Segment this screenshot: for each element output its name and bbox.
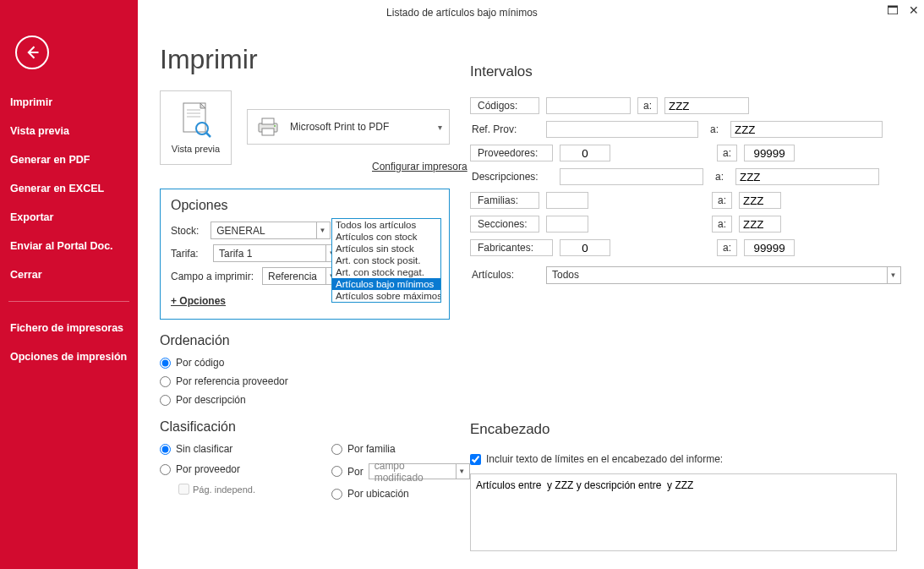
stock-value: GENERAL [216,225,265,237]
filter-option[interactable]: Artículos sin stock [332,243,440,254]
maximize-icon[interactable]: 🗖 [887,3,899,17]
secciones-to-input[interactable] [739,216,781,233]
svg-line-5 [206,133,210,137]
sidebar-item-opciones-impresion[interactable]: Opciones de impresión [0,342,138,371]
proveedores-to-input[interactable] [744,145,795,161]
encabezado-panel: Encabezado Incluir texto de límites en e… [470,421,897,554]
clasif-ubicacion-radio[interactable]: Por ubicación [331,488,470,500]
orden-codigo-radio[interactable]: Por código [160,357,905,369]
filter-option[interactable]: Art. con stock negat. [332,266,440,278]
familias-from-input[interactable] [546,192,588,209]
familias-label: Familias: [470,192,539,209]
pag-independ-check: Pág. independ. [178,484,255,495]
sidebar-item-generar-pdf[interactable]: Generar en PDF [0,145,138,174]
chevron-down-icon: ▼ [316,222,328,238]
svg-rect-7 [262,118,274,124]
orden-descripcion-radio[interactable]: Por descripción [160,394,905,406]
orden-refprov-radio[interactable]: Por referencia proveedor [160,375,905,387]
filter-option-selected[interactable]: Artículos bajo mínimos [332,278,440,290]
svg-rect-8 [262,129,274,135]
codigos-from-input[interactable] [546,97,631,114]
articulos-value: Todos [552,269,579,281]
familias-to-input[interactable] [739,192,781,209]
tarifa-select[interactable]: Tarifa 1 ▼ [213,244,340,262]
stock-label: Stock: [171,225,204,237]
descripciones-to-input[interactable] [735,168,879,185]
sidebar-item-generar-excel[interactable]: Generar en EXCEL [0,174,138,203]
intervalos-panel: Intervalos Códigos: a: Ref. Prov: a: Pro… [470,63,901,288]
chevron-down-icon: ▼ [456,464,467,479]
descripciones-from-input[interactable] [560,168,703,185]
fabricantes-to-input[interactable] [744,239,795,256]
a-label: a: [710,169,729,184]
printer-name: Microsoft Print to PDF [290,121,389,133]
articulos-label: Artículos: [470,267,539,282]
campo-label: Campo a imprimir: [171,271,255,282]
refprov-label: Ref. Prov: [470,122,539,137]
chevron-down-icon: ▾ [438,123,442,132]
printer-select[interactable]: Microsoft Print to PDF ▾ [247,109,450,145]
a-label: a: [712,216,732,233]
clasif-sin-radio[interactable]: Sin clasificar [160,443,255,455]
close-icon[interactable]: ✕ [909,3,919,17]
filter-option[interactable]: Art. con stock posit. [332,254,440,266]
printer-icon [256,117,280,137]
svg-point-9 [274,125,276,127]
opciones-panel: Opciones Stock: GENERAL ▼ Artículos bajo… [160,189,450,320]
sidebar-item-cerrar[interactable]: Cerrar [0,260,138,289]
document-icon [180,101,212,139]
clasif-por-select[interactable]: campo modificado▼ [369,463,470,479]
codigos-label: Códigos: [470,97,539,114]
mas-opciones-link[interactable]: + Opciones [171,295,226,307]
fabricantes-from-input[interactable] [560,239,610,256]
campo-value: Referencia [268,271,317,282]
sidebar-item-vista-previa[interactable]: Vista previa [0,117,138,145]
refprov-to-input[interactable] [730,121,883,138]
encabezado-heading: Encabezado [470,421,897,438]
refprov-from-input[interactable] [546,121,698,138]
incluir-limites-check[interactable]: Incluir texto de límites en el encabezad… [470,453,897,465]
opciones-heading: Opciones [171,198,440,213]
proveedores-label: Proveedores: [470,145,553,161]
tarifa-value: Tarifa 1 [219,248,252,260]
a-label: a: [717,145,737,161]
descripciones-label: Descripciones: [470,169,553,184]
a-label: a: [637,97,658,114]
vista-previa-button[interactable]: Vista previa [160,90,232,165]
sidebar-item-fichero-impresoras[interactable]: Fichero de impresoras [0,314,138,342]
tarifa-label: Tarifa: [171,248,206,260]
clasif-proveedor-radio[interactable]: Por proveedor [160,463,255,475]
window-title: Listado de artículos bajo mínimos [386,7,538,19]
sidebar-item-imprimir[interactable]: Imprimir [0,88,138,117]
filter-option[interactable]: Todos los artículos [332,219,440,231]
clasif-familia-radio[interactable]: Por familia [331,443,470,455]
filter-dropdown[interactable]: Todos los artículos Artículos con stock … [331,218,441,303]
back-button[interactable] [15,36,49,69]
clasif-por-radio[interactable]: Por campo modificado▼ [331,463,470,479]
ordenacion-heading: Ordenación [160,333,905,348]
campo-select[interactable]: Referencia ▼ [262,267,340,285]
a-label: a: [717,239,737,256]
articulos-select[interactable]: Todos ▼ [546,266,901,284]
a-label: a: [712,192,732,209]
sidebar-item-exportar[interactable]: Exportar [0,203,138,232]
chevron-down-icon: ▼ [887,267,899,283]
sidebar: Imprimir Vista previa Generar en PDF Gen… [0,0,138,569]
a-label: a: [705,122,724,137]
secciones-from-input[interactable] [546,216,588,233]
sidebar-item-enviar-portal[interactable]: Enviar al Portal Doc. [0,232,138,260]
stock-select[interactable]: GENERAL ▼ [210,222,331,239]
filter-option[interactable]: Artículos con stock [332,231,440,243]
secciones-label: Secciones: [470,216,539,233]
encabezado-textarea[interactable] [470,473,897,551]
intervalos-heading: Intervalos [470,63,901,80]
codigos-to-input[interactable] [664,97,749,114]
filter-option[interactable]: Artículos sobre máximos [332,290,440,302]
sidebar-divider [8,301,129,302]
vista-previa-label: Vista previa [172,144,220,154]
fabricantes-label: Fabricantes: [470,239,553,256]
configurar-impresora-link[interactable]: Configurar impresora [372,161,467,172]
proveedores-from-input[interactable] [560,145,610,161]
